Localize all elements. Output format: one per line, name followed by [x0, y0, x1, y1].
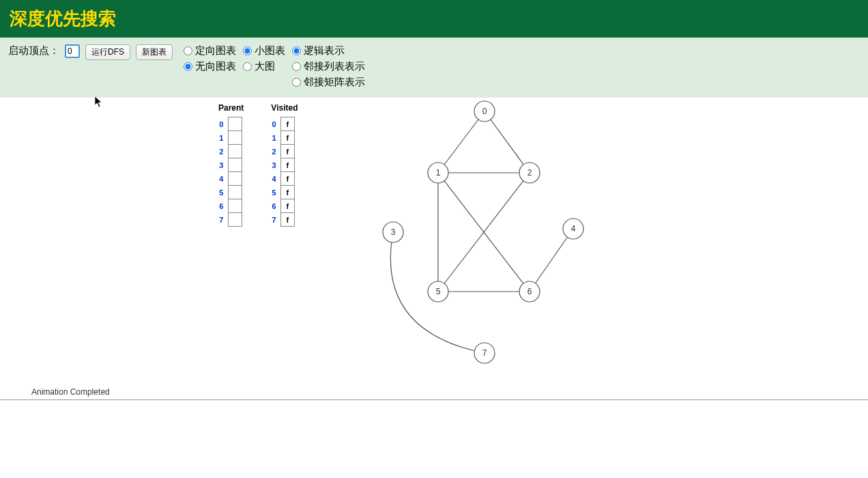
graph-node[interactable]: 4: [563, 219, 583, 239]
array-cell: [228, 117, 242, 131]
radio-logical[interactable]: 逻辑表示: [292, 44, 365, 57]
array-cell: [228, 186, 242, 199]
array-cell: f: [280, 213, 294, 227]
svg-text:7: 7: [482, 348, 487, 358]
parent-array-title: Parent: [218, 103, 244, 113]
svg-text:2: 2: [527, 168, 532, 178]
radio-undirected[interactable]: 无向图表: [184, 60, 236, 73]
array-index: 5: [271, 186, 280, 199]
radio-large-input[interactable]: [243, 62, 252, 71]
array-index: 6: [271, 199, 280, 213]
graph-node[interactable]: 5: [428, 281, 448, 302]
array-index: 3: [271, 158, 280, 172]
array-cell: [228, 172, 242, 186]
svg-text:6: 6: [527, 287, 532, 296]
radio-logical-input[interactable]: [292, 46, 301, 55]
array-index: 0: [271, 117, 280, 131]
run-dfs-button[interactable]: 运行DFS: [85, 44, 130, 60]
radio-adjlist-label: 邻接列表表示: [304, 60, 365, 73]
array-cell: [228, 145, 242, 158]
radio-directed-label: 定向图表: [195, 44, 236, 57]
array-index: 7: [271, 213, 280, 227]
start-vertex-input[interactable]: [65, 44, 80, 58]
graph-edge: [484, 111, 530, 173]
array-cell: f: [280, 186, 294, 199]
array-cell: [228, 131, 242, 145]
radio-adjmatrix-label: 邻接矩阵表示: [304, 76, 365, 89]
array-index: 4: [218, 172, 228, 186]
graph-svg: 01234567: [355, 99, 628, 386]
array-index: 2: [271, 145, 280, 158]
graph-node[interactable]: 7: [474, 343, 495, 363]
array-cell: [228, 213, 242, 227]
controls-bar: 启动顶点： 运行DFS 新图表 定向图表 无向图表 小图表: [0, 38, 868, 98]
radio-directed[interactable]: 定向图表: [184, 44, 236, 57]
radio-undirected-input[interactable]: [184, 62, 192, 71]
radio-large[interactable]: 大图: [243, 60, 285, 73]
array-cell: f: [280, 172, 294, 186]
content-area: Parent 01234567 Visited 0f1f2f3f4f5f6f7f…: [0, 98, 868, 384]
graph-node[interactable]: 6: [519, 281, 540, 302]
svg-text:0: 0: [482, 107, 487, 116]
start-vertex-label: 启动顶点：: [8, 44, 59, 57]
array-index: 3: [218, 158, 228, 172]
array-cell: f: [280, 145, 294, 158]
array-cell: [228, 199, 242, 213]
status-text: Animation Completed: [0, 384, 868, 400]
svg-text:1: 1: [436, 168, 441, 178]
radio-adjmatrix[interactable]: 邻接矩阵表示: [292, 76, 365, 89]
array-index: 5: [218, 186, 228, 199]
graph-edge: [530, 229, 573, 292]
svg-text:5: 5: [436, 287, 441, 296]
radio-adjlist-input[interactable]: [292, 62, 301, 71]
radio-logical-label: 逻辑表示: [304, 44, 345, 57]
array-cell: [228, 158, 242, 172]
array-index: 1: [218, 131, 228, 145]
array-index: 0: [218, 117, 228, 131]
visited-array-block: Visited 0f1f2f3f4f5f6f7f: [271, 103, 298, 384]
array-index: 1: [271, 131, 280, 145]
parent-array-table: 01234567: [218, 117, 242, 227]
radio-adjmatrix-input[interactable]: [292, 78, 301, 87]
array-index: 2: [218, 145, 228, 158]
graph-canvas: 01234567: [355, 99, 628, 386]
visited-array-table: 0f1f2f3f4f5f6f7f: [271, 117, 295, 227]
radio-small[interactable]: 小图表: [243, 44, 285, 57]
visited-array-title: Visited: [271, 103, 298, 113]
graph-edge: [438, 111, 484, 173]
radio-large-label: 大图: [255, 60, 275, 73]
radio-small-input[interactable]: [243, 46, 252, 55]
radio-small-label: 小图表: [255, 44, 285, 57]
array-cell: f: [280, 131, 294, 145]
radio-undirected-label: 无向图表: [195, 60, 236, 73]
radio-directed-input[interactable]: [184, 46, 192, 55]
array-cell: f: [280, 158, 294, 172]
radio-groups: 定向图表 无向图表 小图表 大图: [184, 44, 365, 89]
radio-group-repr: 逻辑表示 邻接列表表示 邻接矩阵表示: [292, 44, 365, 89]
graph-node[interactable]: 0: [474, 101, 495, 122]
radio-group-direction: 定向图表 无向图表: [184, 44, 236, 89]
new-graph-button[interactable]: 新图表: [136, 44, 173, 60]
svg-text:4: 4: [571, 224, 576, 234]
graph-node[interactable]: 3: [383, 222, 403, 242]
array-cell: f: [280, 199, 294, 213]
array-index: 4: [271, 172, 280, 186]
parent-array-block: Parent 01234567: [218, 103, 244, 384]
array-index: 7: [218, 213, 228, 227]
svg-text:3: 3: [391, 227, 396, 237]
arrays-panel: Parent 01234567 Visited 0f1f2f3f4f5f6f7f: [218, 103, 298, 384]
graph-node[interactable]: 2: [519, 163, 540, 183]
array-index: 6: [218, 199, 228, 213]
array-cell: f: [280, 117, 294, 131]
graph-node[interactable]: 1: [428, 163, 448, 183]
radio-adjlist[interactable]: 邻接列表表示: [292, 60, 365, 73]
page-title: 深度优先搜索: [0, 0, 868, 38]
radio-group-size: 小图表 大图: [243, 44, 285, 89]
